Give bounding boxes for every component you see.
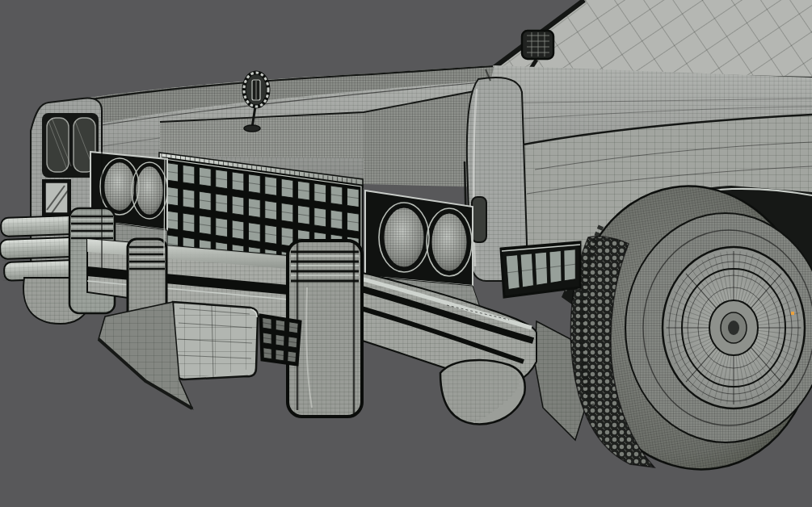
selected-vertex[interactable] [791, 312, 794, 315]
lower-grille [260, 315, 301, 365]
left-marker-lamp [42, 179, 71, 216]
hubcap [663, 247, 805, 409]
fender-marker-inset [472, 197, 486, 242]
wireframe-render [0, 0, 812, 507]
right-headlight-pair [365, 191, 473, 286]
license-plate-recess [173, 302, 258, 379]
cornering-lamp [501, 242, 580, 297]
viewport-3d[interactable] [0, 0, 812, 507]
